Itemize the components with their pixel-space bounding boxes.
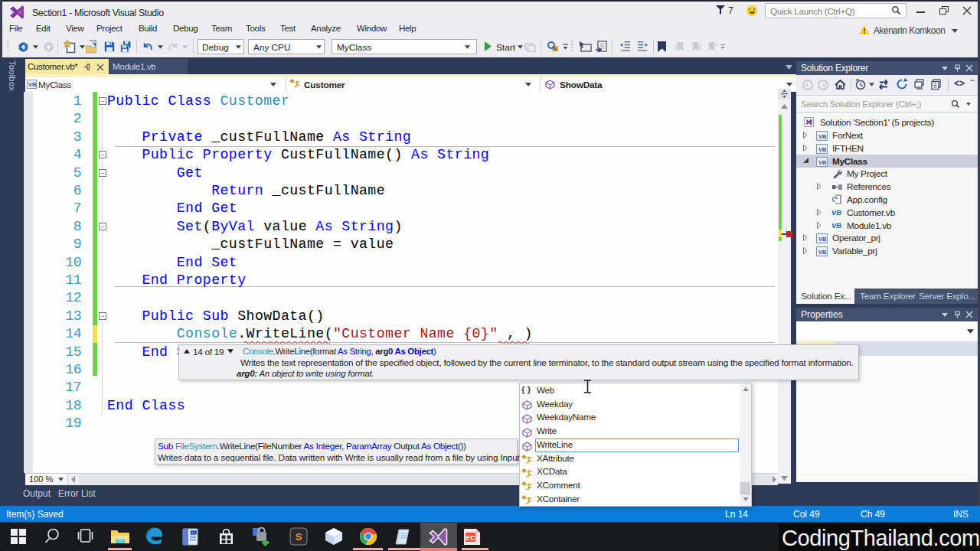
svg-text:EC: EC xyxy=(466,534,475,542)
svg-text:S: S xyxy=(296,531,302,543)
